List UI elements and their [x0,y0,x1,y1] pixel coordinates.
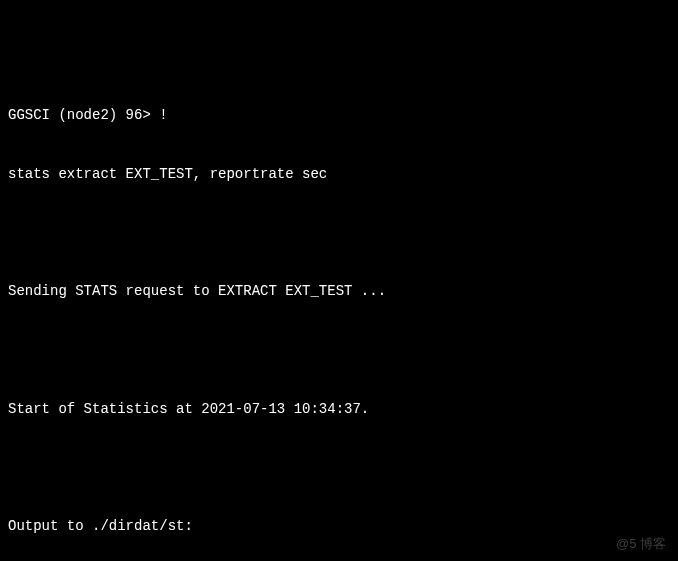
watermark-text: @5 博客 [616,535,666,553]
ggsci-prompt[interactable]: GGSCI (node2) 96> ! [8,106,670,126]
stats-command: stats extract EXT_TEST, reportrate sec [8,165,670,185]
output-path: Output to ./dirdat/st: [8,517,670,537]
terminal-output: GGSCI (node2) 96> ! stats extract EXT_TE… [8,8,670,561]
sending-request: Sending STATS request to EXTRACT EXT_TES… [8,282,670,302]
start-statistics: Start of Statistics at 2021-07-13 10:34:… [8,400,670,420]
